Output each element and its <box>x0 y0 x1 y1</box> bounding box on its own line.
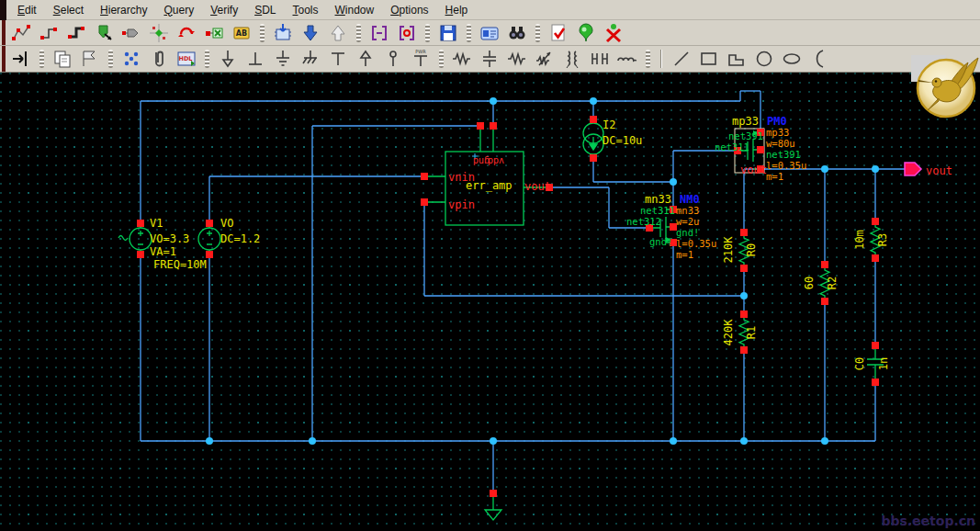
schematic-label[interactable]: VO <box>220 217 233 230</box>
schematic-label[interactable]: gnd <box>473 156 490 166</box>
pin-square <box>421 198 428 206</box>
pin-square <box>137 220 144 227</box>
pin-square <box>740 311 748 318</box>
component-I2[interactable] <box>583 123 603 154</box>
schematic-canvas[interactable]: V1VO=3.3VA=1FREQ=10MVODC=1.2I2DC=10uerr_… <box>0 73 980 531</box>
schematic-label[interactable]: mn33 <box>676 205 699 216</box>
pin-square <box>477 122 484 130</box>
schematic-label[interactable]: net391 <box>766 149 801 160</box>
schematic-label[interactable]: mn33 <box>645 193 671 206</box>
schematic-label[interactable]: 210K <box>722 236 735 264</box>
schematic-label[interactable]: C0 <box>853 357 866 370</box>
schematic-label[interactable]: 60 <box>803 277 816 289</box>
schematic-label[interactable]: l=0.35u <box>766 160 806 171</box>
wire-junction <box>670 178 677 186</box>
schematic-label[interactable]: net391 <box>728 130 763 141</box>
schematic-label[interactable]: vdd <box>488 156 504 166</box>
pin-square <box>821 298 828 305</box>
pin-square <box>206 220 213 227</box>
schematic-label[interactable]: net311 <box>715 141 749 153</box>
wire-junction <box>872 165 879 173</box>
pin-square <box>821 261 828 268</box>
schematic-label[interactable]: NM0 <box>680 193 700 206</box>
wire-junction <box>206 437 213 445</box>
component-V1[interactable] <box>118 223 152 254</box>
pin-square <box>757 146 764 153</box>
schematic-label[interactable]: w=2u <box>676 216 699 227</box>
schematic-label[interactable]: R0 <box>745 243 758 256</box>
schematic-label[interactable]: R2 <box>826 277 839 289</box>
schematic-drawing: V1VO=3.3VA=1FREQ=10MVODC=1.2I2DC=10uerr_… <box>0 0 980 531</box>
wire-junction <box>309 437 316 445</box>
pin-square <box>740 229 748 236</box>
wire-junction <box>490 97 497 105</box>
pin-square <box>490 490 497 497</box>
wire-junction <box>670 437 677 445</box>
schematic-label[interactable]: VO=3.3 <box>150 232 189 245</box>
schematic-label[interactable]: DC=1.2 <box>220 232 260 245</box>
pin-square <box>740 265 748 272</box>
watermark: bbs.eetop.cn <box>881 514 975 528</box>
schematic-label[interactable]: V1 <box>150 217 163 230</box>
schematic-label[interactable]: gnd! <box>676 227 699 238</box>
pin-square <box>421 173 428 180</box>
wire-junction <box>590 97 597 105</box>
schematic-label[interactable]: 1n <box>877 357 890 370</box>
schematic-label[interactable]: net311 <box>640 205 675 216</box>
pin-square <box>137 251 144 258</box>
schematic-label[interactable]: I2 <box>603 119 615 131</box>
schematic-label[interactable]: l=0.35u <box>676 238 716 249</box>
schematic-label[interactable]: gnd! <box>649 236 672 247</box>
pin-square <box>590 116 597 123</box>
component-err_amp[interactable] <box>424 126 549 225</box>
schematic-label[interactable]: 420K <box>722 319 735 346</box>
pin-square <box>872 378 879 386</box>
wire-junction <box>821 437 828 445</box>
schematic-label[interactable]: mp33 <box>732 115 759 128</box>
schematic-label[interactable]: PM0 <box>767 115 787 128</box>
schematic-label[interactable]: m=1 <box>676 249 693 260</box>
schematic-label[interactable]: vnin <box>448 171 475 184</box>
wire-junction <box>490 437 497 445</box>
application-window: { "menu": { "items": [ {"label":"Edit","… <box>0 0 980 531</box>
component-vout-pin[interactable] <box>905 163 921 175</box>
schematic-label[interactable]: R1 <box>745 326 758 339</box>
wire-junction <box>740 292 748 299</box>
pin-square <box>872 218 879 225</box>
schematic-label[interactable]: mp33 <box>766 127 789 138</box>
schematic-label[interactable]: VA=1 <box>150 245 176 258</box>
pin-square <box>590 154 597 162</box>
schematic-label[interactable]: w=80u <box>766 138 795 149</box>
schematic-label[interactable]: net312 <box>626 216 661 227</box>
schematic-label[interactable]: DC=10u <box>603 134 642 147</box>
schematic-label[interactable]: R3 <box>876 233 889 246</box>
pin-square <box>740 346 748 354</box>
wire-junction <box>821 165 828 173</box>
pin-square <box>872 254 879 262</box>
schematic-label[interactable]: m=1 <box>766 171 783 182</box>
schematic-label[interactable]: 10m <box>853 230 866 250</box>
schematic-label[interactable]: vpin <box>448 198 475 211</box>
pin-square <box>490 122 497 130</box>
schematic-label[interactable]: vout <box>926 164 952 177</box>
schematic-label[interactable]: FREQ=10M <box>153 258 207 271</box>
schematic-label[interactable]: vout <box>524 180 551 193</box>
pin-square <box>206 251 213 258</box>
pin-square <box>872 342 879 349</box>
wire-junction <box>740 437 748 445</box>
component-gnd[interactable] <box>485 493 501 520</box>
schematic-label[interactable]: vout <box>740 164 767 176</box>
component-V0[interactable] <box>198 223 220 254</box>
